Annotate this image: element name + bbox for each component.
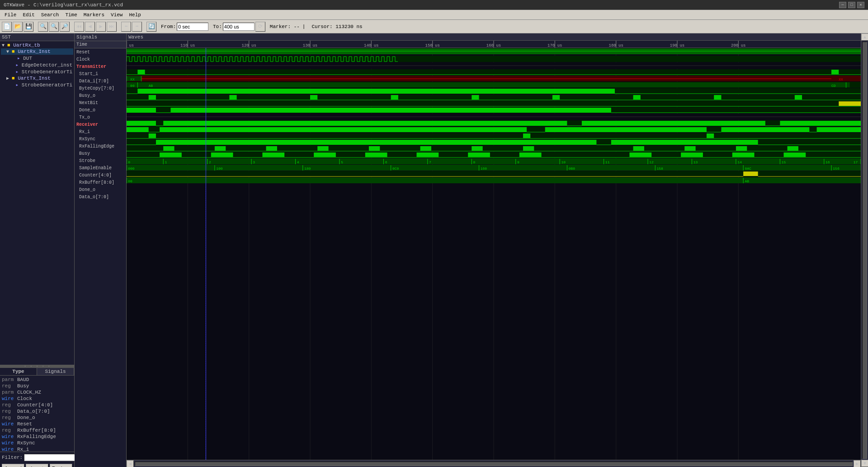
svg-rect-114 <box>611 140 758 145</box>
svg-text:7: 7 <box>429 160 431 164</box>
menubar: File Edit Search Time Markers View Help <box>0 10 868 20</box>
list-item[interactable]: regDone_o <box>1 415 73 421</box>
svg-text:180: 180 <box>304 167 311 171</box>
main-area: SST ▼■ UartRx_tb ▼■ UartRx_Inst ▸ DUT ▸ … <box>0 33 868 467</box>
open-button[interactable]: 📂 <box>13 22 23 32</box>
close-button[interactable]: ✕ <box>857 2 864 8</box>
svg-rect-116 <box>127 146 861 152</box>
list-item[interactable]: parmBAUD <box>1 376 73 383</box>
svg-rect-100 <box>545 127 707 132</box>
waves-svg: /* clock drawn below */ <box>127 48 861 460</box>
menu-time[interactable]: Time <box>62 12 80 18</box>
go-prev-button[interactable]: ◀ <box>85 22 95 32</box>
zoom-fit-button[interactable]: 🔎 <box>60 22 70 32</box>
type-signals-section: Type Signals parmBAUD regBusy parmCLOCK_… <box>0 367 74 467</box>
svg-rect-124 <box>472 146 482 151</box>
tree-item-strobegen-2[interactable]: ▸ StrobeGeneratorTi <box>1 81 73 88</box>
sig-rx-i: Rx_i <box>75 128 126 135</box>
zoom-out-button[interactable]: 🔍 <box>38 22 48 32</box>
list-item[interactable]: regBusy <box>1 383 73 389</box>
right-panel: Signals Time Reset Clock Transmitter Sta… <box>75 33 868 467</box>
svg-rect-44 <box>831 70 839 74</box>
insert-button[interactable]: Insert <box>26 464 48 467</box>
list-item[interactable]: regRxBuffer[8:0] <box>1 427 73 434</box>
sig-busy: Busy <box>75 150 126 157</box>
h-scrollbar: ◀ ▶ <box>127 460 861 467</box>
tree-item-uartrx-tb[interactable]: ▼■ UartRx_tb <box>1 42 73 48</box>
svg-rect-202 <box>743 172 758 176</box>
menu-help[interactable]: Help <box>126 12 143 18</box>
waves-content[interactable]: /* clock drawn below */ <box>127 48 861 460</box>
list-item[interactable]: wireRx_i <box>1 446 73 452</box>
back-button[interactable]: ⬅ <box>121 22 131 32</box>
minimize-button[interactable]: ─ <box>839 2 846 8</box>
menu-markers[interactable]: Markers <box>81 12 107 18</box>
sig-strobe: Strobe <box>75 157 126 164</box>
go-end-button[interactable]: ⏭ <box>107 22 117 32</box>
tab-signals[interactable]: Signals <box>37 368 74 375</box>
scroll-down-button[interactable]: ▼ <box>861 460 868 467</box>
v-scrollbar: ▲ ▼ <box>861 33 868 467</box>
svg-text:0B0: 0B0 <box>569 167 576 171</box>
sig-data-o: Data_o[7:0] <box>75 193 126 200</box>
tree-item-dut[interactable]: ▸ DUT <box>1 55 73 62</box>
menu-edit[interactable]: Edit <box>20 12 37 18</box>
svg-rect-70 <box>310 95 317 100</box>
from-input[interactable] <box>177 23 208 31</box>
zoom-in-button[interactable]: 🔍 <box>49 22 59 32</box>
sst-tree: ▼■ UartRx_tb ▼■ UartRx_Inst ▸ DUT ▸ Edge… <box>0 41 74 365</box>
maximize-button[interactable]: □ <box>848 2 855 8</box>
svg-text:16: 16 <box>826 160 830 164</box>
sig-nextbit: NextBit <box>75 99 126 106</box>
list-item[interactable]: wireRxFallingEdge <box>1 434 73 440</box>
save-button[interactable]: 💾 <box>24 22 33 32</box>
menu-file[interactable]: File <box>2 12 19 18</box>
sig-reset: Reset <box>75 48 126 56</box>
scroll-right-button[interactable]: ▶ <box>854 460 861 467</box>
list-item[interactable]: parmCLOCK_HZ <box>1 389 73 396</box>
svg-rect-133 <box>211 152 233 157</box>
signals-list: Reset Clock Transmitter Start_i Data_i[7… <box>75 48 126 467</box>
svg-text:3: 3 <box>253 160 255 164</box>
svg-text:200 us: 200 us <box>731 43 745 48</box>
sig-rxsync: RxSync <box>75 135 126 143</box>
svg-text:150 us: 150 us <box>425 43 440 48</box>
to-input[interactable] <box>223 23 255 31</box>
menu-view[interactable]: View <box>108 12 125 18</box>
menu-search[interactable]: Search <box>38 12 62 18</box>
svg-rect-120 <box>266 146 277 151</box>
replace-button[interactable]: Replace <box>50 464 72 467</box>
refresh-button[interactable]: 🔄 <box>146 22 156 32</box>
tree-item-uartrx-inst[interactable]: ▼■ UartRx_Inst <box>1 48 73 55</box>
tree-item-uarttx-inst[interactable]: ▶■ UartTx_Inst <box>1 75 73 81</box>
svg-rect-121 <box>317 146 328 151</box>
go-start-button[interactable]: ⏮ <box>74 22 84 32</box>
list-item[interactable]: regData_o[7:0] <box>1 408 73 415</box>
svg-rect-41 <box>127 69 861 75</box>
scroll-left-button[interactable]: ◀ <box>127 460 134 467</box>
cursor-info: Cursor: 113230 ns <box>311 24 362 29</box>
svg-rect-204 <box>127 177 861 183</box>
svg-rect-119 <box>215 146 226 151</box>
svg-rect-118 <box>163 146 174 151</box>
list-item[interactable]: wireRxSync <box>1 440 73 446</box>
scroll-track[interactable] <box>135 462 853 466</box>
list-item[interactable]: wireReset <box>1 421 73 427</box>
append-button[interactable]: Append <box>2 464 24 467</box>
v-scroll-track[interactable] <box>862 42 867 459</box>
toolbar: 📄 📂 💾 🔍 🔍 🔎 ⏮ ◀ ▶ ⏭ ⬅ ➡ 🔄 From: To: ⟳ Ma… <box>0 20 868 33</box>
apply-range-button[interactable]: ⟳ <box>255 22 265 32</box>
svg-text:AB: AB <box>149 84 153 88</box>
window-controls: ─ □ ✕ <box>839 2 864 8</box>
tab-type[interactable]: Type <box>0 368 37 375</box>
forward-button[interactable]: ➡ <box>132 22 142 32</box>
new-button[interactable]: 📄 <box>2 22 12 32</box>
list-item[interactable]: wireClock <box>1 396 73 402</box>
svg-rect-102 <box>721 127 809 132</box>
list-item[interactable]: regCounter[4:0] <box>1 402 73 408</box>
tree-item-strobegen-1[interactable]: ▸ StrobeGeneratorTi <box>1 68 73 75</box>
tree-item-edgedetector[interactable]: ▸ EdgeDetector_inst <box>1 62 73 68</box>
signals-panel: Signals Time Reset Clock Transmitter Sta… <box>75 33 127 467</box>
scroll-up-button[interactable]: ▲ <box>861 33 868 41</box>
go-next-button[interactable]: ▶ <box>96 22 106 32</box>
